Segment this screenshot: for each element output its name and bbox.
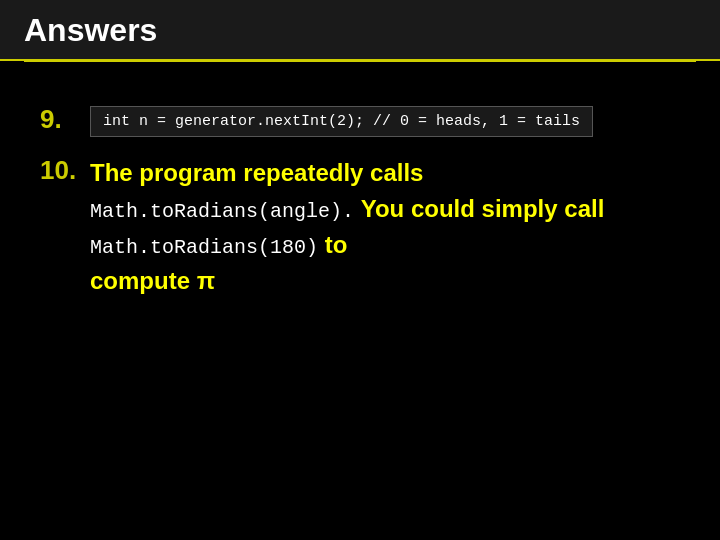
item-10-line2-code: Math.toRadians(180) [90,236,318,259]
item-9-row: 9. int n = generator.nextInt(2); // 0 = … [40,104,680,137]
item-10-line2-part1: You could simply call [361,195,605,222]
item-10-number: 10. [40,155,90,186]
item-9-number: 9. [40,104,90,135]
item-10-line1-code: Math.toRadians(angle). [90,200,354,223]
title-bar: Answers [0,0,720,61]
item-10-content: The program repeatedly calls Math.toRadi… [90,155,680,299]
content-area: 9. int n = generator.nextInt(2); // 0 = … [0,80,720,341]
item-10-row: 10. The program repeatedly calls Math.to… [40,155,680,299]
item-9-code: int n = generator.nextInt(2); // 0 = hea… [90,106,593,137]
title-divider [24,61,696,62]
slide-container: Answers 9. int n = generator.nextInt(2);… [0,0,720,540]
slide-title: Answers [24,12,157,48]
item-10-line1-part1: The program repeatedly calls [90,159,423,186]
